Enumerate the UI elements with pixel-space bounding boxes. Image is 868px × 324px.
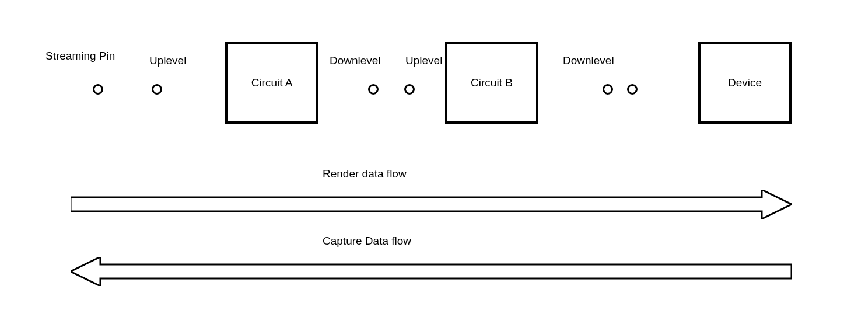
label-uplevel-2: Uplevel — [405, 54, 442, 67]
box-circuit-b-label: Circuit B — [471, 76, 513, 89]
pin-streaming — [93, 84, 103, 95]
wire-device — [638, 89, 698, 89]
box-circuit-b: Circuit B — [445, 42, 538, 124]
box-circuit-a: Circuit A — [225, 42, 318, 124]
label-streaming-pin: Streaming Pin — [46, 50, 115, 62]
diagram-canvas: Streaming Pin Uplevel Downlevel Uplevel … — [0, 0, 868, 324]
wire-downlevel-1 — [318, 89, 368, 89]
wire-downlevel-2 — [538, 89, 603, 89]
pin-uplevel-2 — [404, 84, 415, 95]
box-device: Device — [698, 42, 792, 124]
pin-device-input — [627, 84, 638, 95]
arrow-capture — [71, 257, 792, 286]
wire-uplevel-2 — [415, 89, 445, 89]
label-render-flow: Render data flow — [323, 168, 407, 180]
label-downlevel-2: Downlevel — [563, 54, 614, 67]
arrow-render — [71, 190, 792, 219]
label-capture-flow: Capture Data flow — [323, 235, 411, 248]
wire-uplevel-1 — [162, 89, 225, 89]
box-device-label: Device — [728, 76, 762, 89]
pin-downlevel-1 — [368, 84, 379, 95]
wire-streaming — [55, 89, 93, 89]
label-uplevel-1: Uplevel — [149, 54, 186, 67]
box-circuit-a-label: Circuit A — [251, 76, 293, 89]
label-downlevel-1: Downlevel — [330, 54, 381, 67]
svg-marker-1 — [71, 257, 792, 286]
svg-marker-0 — [71, 190, 792, 219]
pin-uplevel-1 — [152, 84, 162, 95]
pin-downlevel-2 — [603, 84, 613, 95]
